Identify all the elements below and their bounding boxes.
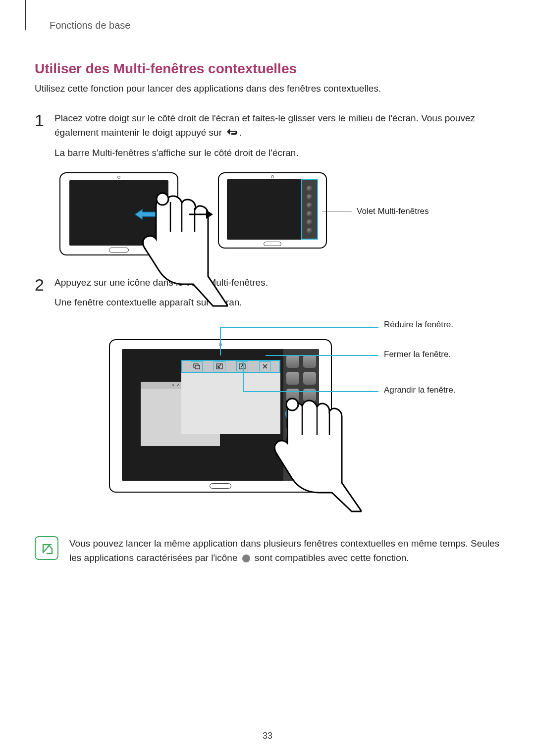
note-icon — [35, 536, 58, 560]
step1-text-b: . — [239, 127, 242, 138]
svg-rect-5 — [195, 365, 200, 369]
callout-line — [322, 211, 352, 211]
figure-2: ⇱⤢⤡× — [109, 319, 481, 522]
intro-text: Utilisez cette fonction pour lancer des … — [35, 82, 500, 96]
svg-marker-3 — [206, 210, 213, 219]
callout-maximize-vline — [243, 361, 244, 391]
figure-1: Volet Multi-fenêtres — [59, 172, 500, 255]
step1-followup: La barre Multi-fenêtres s'affiche sur le… — [54, 146, 500, 160]
step2-followup: Une fenêtre contextuelle apparaît sur l'… — [54, 295, 500, 309]
step-2: 2 Appuyez sur une icône dans le volet Mu… — [35, 275, 500, 309]
popup-thumbnail-icon — [191, 361, 203, 371]
note-text-b: sont compatibles avec cette fonction. — [255, 553, 409, 563]
close-icon — [259, 361, 271, 371]
step1-text-a: Placez votre doigt sur le côté droit de … — [54, 113, 475, 138]
popup-titlebar — [181, 360, 280, 373]
callout-close: Fermer la fenêtre. — [384, 349, 458, 360]
tablet-before — [59, 172, 178, 255]
callout-minimize-vline — [220, 327, 221, 355]
callout-minimize-hline — [220, 327, 378, 328]
multi-support-icon — [242, 554, 250, 562]
page: Fonctions de base Utiliser des Multi-fen… — [0, 0, 535, 756]
callout-close-hline — [266, 355, 378, 356]
note-text: Vous pouvez lancer la même application d… — [69, 536, 500, 565]
step-body: Appuyez sur une icône dans le volet Mult… — [54, 275, 500, 309]
callout-minimize: Réduire la fenêtre. — [384, 319, 458, 330]
selected-app-icon — [285, 406, 300, 421]
tablet-after-screen — [227, 179, 318, 240]
tablet-before-screen — [69, 180, 168, 246]
callout-maximize-hline — [243, 391, 378, 392]
back-icon — [225, 126, 238, 140]
gutter-mark — [25, 0, 26, 30]
step-1: 1 Placez votre doigt sur le côté droit d… — [35, 111, 500, 160]
step2-text: Appuyez sur une icône dans le volet Mult… — [54, 275, 500, 290]
step-number: 1 — [35, 111, 54, 160]
minimize-icon — [214, 361, 225, 371]
step-body: Placez votre doigt sur le côté droit de … — [54, 111, 500, 160]
note-block: Vous pouvez lancer la même application d… — [35, 536, 500, 565]
arrow-right-icon — [188, 208, 213, 221]
maximize-icon — [236, 361, 248, 371]
section-heading: Utiliser des Multi-fenêtres contextuelle… — [35, 61, 500, 77]
svg-rect-6 — [216, 364, 222, 369]
breadcrumb: Fonctions de base — [50, 20, 500, 31]
tablet-popup-screen: ⇱⤢⤡× — [122, 349, 319, 481]
callout-tray-label: Volet Multi-fenêtres — [357, 206, 456, 217]
tablet-after — [218, 172, 327, 249]
multiwindow-tray-large — [283, 349, 319, 481]
step-number: 2 — [35, 275, 54, 309]
front-popup-window — [181, 360, 280, 434]
tablet-popup: ⇱⤢⤡× — [109, 339, 332, 493]
page-number: 33 — [0, 731, 535, 741]
callout-maximize: Agrandir la fenêtre. — [384, 385, 458, 396]
multiwindow-tray — [301, 179, 318, 240]
